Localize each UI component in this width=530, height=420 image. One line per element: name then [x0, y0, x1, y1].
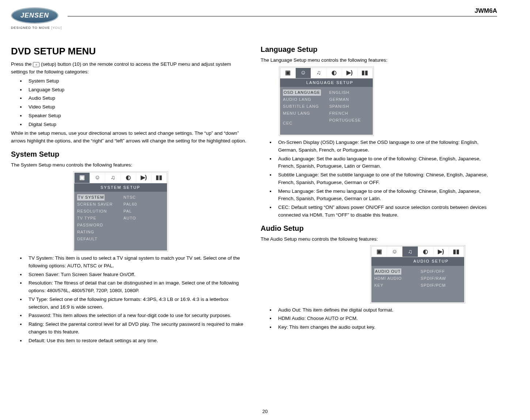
- menu-value: AUTO: [123, 215, 165, 222]
- brand-name: JENSEN: [11, 7, 58, 24]
- monitor-icon: ▣: [280, 68, 296, 78]
- audio-setup-heading: Audio Setup: [261, 223, 497, 234]
- setup-button-icon: ≡: [33, 62, 39, 67]
- disc-icon: ◐: [418, 247, 434, 257]
- brand-logo: JENSEN DESIGNED TO MOVE [YOU]: [11, 7, 66, 30]
- system-setup-screenshot: ▣ ☺ ♫ ◐ ▶) ▮▮ SYSTEM SETUP TV SYSTEM SCR…: [73, 171, 168, 252]
- monitor-icon: ▣: [75, 173, 90, 183]
- disc-icon: ◐: [121, 173, 136, 183]
- person-icon: ☺: [387, 247, 402, 257]
- list-item: Password: This item allows the selection…: [26, 312, 247, 320]
- list-item: TV Type: Select one of the following pic…: [26, 296, 247, 311]
- model-number: JWM6A: [475, 7, 497, 15]
- dolby-icon: ▮▮: [449, 247, 464, 257]
- person-icon: ☺: [296, 68, 311, 78]
- menu-option: TV TYPE: [76, 215, 123, 222]
- menu-options: AUDIO OUT HDMI AUDIO KEY: [374, 268, 420, 294]
- menu-values: NTSC PAL60 PAL AUTO: [123, 194, 165, 243]
- list-item: Language Setup: [26, 86, 247, 94]
- list-item: Audio Setup: [26, 95, 247, 102]
- menu-body: AUDIO OUT HDMI AUDIO KEY SPDIF/OFF SPDIF…: [371, 266, 464, 302]
- menu-option: HDMI AUDIO: [374, 275, 420, 282]
- list-item: Video Setup: [26, 103, 247, 111]
- menu-option-selected: OSD LANGUAGE: [283, 89, 321, 96]
- menu-value: PORTUGUESE: [329, 117, 371, 124]
- menu-option: MENU LANG: [282, 110, 329, 117]
- menu-value: ENGLISH: [329, 89, 371, 96]
- music-note-icon: ♫: [105, 173, 121, 183]
- list-item: TV System: This item is used to select a…: [26, 255, 247, 270]
- system-setup-details: TV System: This item is used to select a…: [11, 255, 247, 344]
- list-item: Key: This item changes the audio output …: [275, 324, 497, 331]
- menu-option: SUBTITLE LANG: [282, 103, 329, 110]
- language-setup-screenshot: ▣ ☺ ♫ ◐ ▶) ▮▮ LANGUAGE SETUP OSD LANGUAG…: [279, 66, 374, 136]
- menu-value: SPANISH: [329, 103, 371, 110]
- menu-value: NTSC: [123, 194, 165, 201]
- menu-value: SPDIF/PCM: [420, 282, 462, 289]
- speaker-icon: ▶): [342, 68, 357, 78]
- dolby-icon: ▮▮: [152, 173, 167, 183]
- category-list: System Setup Language Setup Audio Setup …: [11, 77, 247, 129]
- menu-body: OSD LANGUAGE AUDIO LANG SUBTITLE LANG ME…: [280, 87, 373, 135]
- intro-paragraph: Press the ≡ (setup) button (10) on the r…: [11, 61, 247, 76]
- menu-option-selected: TV SYSTEM: [77, 194, 105, 201]
- menu-options: TV SYSTEM SCREEN SAVER RESOLUTION TV TYP…: [76, 194, 123, 243]
- list-item: CEC: Default setting “ON” allows power O…: [275, 204, 497, 219]
- header-rule: [68, 16, 497, 16]
- intro-text-b: (setup) button (10) on the remote contro…: [11, 61, 231, 75]
- content-columns: DVD SETUP MENU Press the ≡ (setup) butto…: [11, 44, 497, 346]
- menu-option: CEC: [282, 120, 329, 127]
- speaker-icon: ▶): [136, 173, 152, 183]
- list-item: Resolution: The fitness of detail that c…: [26, 279, 247, 295]
- audio-setup-details: Audio Out: This item defines the digital…: [261, 306, 497, 331]
- menu-options: OSD LANGUAGE AUDIO LANG SUBTITLE LANG ME…: [282, 89, 329, 127]
- menu-option: AUDIO LANG: [282, 96, 329, 103]
- music-note-icon: ♫: [402, 247, 418, 257]
- menu-body: TV SYSTEM SCREEN SAVER RESOLUTION TV TYP…: [74, 192, 167, 251]
- menu-title: SYSTEM SETUP: [74, 183, 167, 192]
- list-item: System Setup: [26, 77, 247, 85]
- menu-icon-row: ▣ ☺ ♫ ◐ ▶) ▮▮: [280, 68, 373, 79]
- menu-value: PAL: [123, 208, 165, 215]
- menu-values: ENGLISH GERMAN SPANISH FRENCH PORTUGUESE: [329, 89, 371, 127]
- menu-value: GERMAN: [329, 96, 371, 103]
- system-setup-heading: System Setup: [11, 149, 247, 160]
- list-item: Audio Out: This item defines the digital…: [275, 306, 497, 314]
- brand-tagline: DESIGNED TO MOVE [YOU]: [11, 26, 66, 30]
- menu-value: PAL60: [123, 201, 165, 208]
- list-item: On-Screen Display (OSD) Language: Set th…: [275, 139, 497, 154]
- tagline-text-b: [YOU]: [51, 26, 62, 30]
- list-item: Digital Setup: [26, 121, 247, 129]
- list-item: Speaker Setup: [26, 112, 247, 120]
- audio-setup-intro: The Audio Setup menu controls the follow…: [261, 236, 497, 243]
- menu-values: SPDIF/OFF SPDIF/RAW SPDIF/PCM: [420, 268, 462, 294]
- menu-option: SCREEN SAVER: [76, 201, 123, 208]
- right-column: Language Setup The Language Setup menu c…: [261, 44, 497, 346]
- tagline-text-a: DESIGNED TO MOVE: [11, 26, 51, 30]
- list-item: Menu Language: Set the menu language to …: [275, 188, 497, 203]
- menu-option: KEY: [374, 282, 420, 289]
- menu-option-selected: AUDIO OUT: [374, 268, 401, 275]
- menu-value: SPDIF/RAW: [420, 275, 462, 282]
- page-number: 20: [0, 409, 530, 414]
- list-item: Audio Language: Set the audio language t…: [275, 155, 497, 171]
- speaker-icon: ▶): [434, 247, 449, 257]
- monitor-icon: ▣: [372, 247, 387, 257]
- person-icon: ☺: [90, 173, 105, 183]
- page-header: JENSEN DESIGNED TO MOVE [YOU] JWM6A: [11, 7, 497, 37]
- menu-option: PASSWORD: [76, 222, 123, 229]
- language-setup-intro: The Language Setup menu controls the fol…: [261, 57, 497, 64]
- menu-value: FRENCH: [329, 110, 371, 117]
- left-column: DVD SETUP MENU Press the ≡ (setup) butto…: [11, 44, 247, 346]
- disc-icon: ◐: [327, 68, 342, 78]
- menu-value: SPDIF/OFF: [420, 268, 462, 275]
- menu-option: RATING: [76, 229, 123, 236]
- intro-text-a: Press the: [11, 61, 33, 67]
- menu-title: AUDIO SETUP: [371, 257, 464, 266]
- menu-option: DEFAULT: [76, 236, 123, 243]
- menu-icon-row: ▣ ☺ ♫ ◐ ▶) ▮▮: [371, 246, 464, 257]
- language-setup-heading: Language Setup: [261, 44, 497, 55]
- menu-title: LANGUAGE SETUP: [280, 79, 373, 87]
- page-title: DVD SETUP MENU: [11, 44, 247, 58]
- list-item: Default: Use this item to restore defaul…: [26, 337, 247, 345]
